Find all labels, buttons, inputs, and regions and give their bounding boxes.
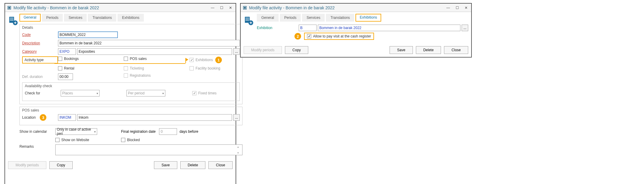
- label-show-calendar: Show in calendar: [19, 129, 55, 134]
- footer: Modify periods Copy Save Delete Close: [5, 159, 236, 172]
- location-browse-button[interactable]: ...: [233, 114, 240, 121]
- label-check-for: Check for: [25, 91, 61, 95]
- tab-general[interactable]: General: [19, 14, 41, 22]
- modify-periods-button: Modify periods: [244, 46, 282, 54]
- label-days-before: days before: [179, 129, 198, 134]
- maximize-button[interactable]: ☐: [454, 5, 460, 10]
- app-icon: [7, 5, 12, 10]
- show-calendar-select[interactable]: Only in case of active peri▾: [55, 128, 97, 135]
- callout-2: 2: [294, 33, 301, 40]
- window-left: Modify file activity - Bommen in de bara…: [4, 3, 236, 184]
- callout-1: 1: [215, 57, 222, 63]
- svg-rect-1: [8, 7, 10, 9]
- group-title-details: Details: [22, 25, 34, 30]
- chk-allow-pay[interactable]: Allow to pay visit at the cash register: [307, 34, 371, 38]
- close-window-button[interactable]: ✕: [227, 5, 234, 10]
- chk-registrations: Registrations: [124, 73, 190, 78]
- remarks-textarea[interactable]: ▴▾: [55, 144, 242, 155]
- label-remarks: Remarks: [19, 144, 55, 149]
- svg-rect-4: [244, 7, 246, 9]
- close-window-button[interactable]: ✕: [463, 5, 469, 10]
- label-code[interactable]: Code: [22, 33, 58, 37]
- footer: Modify periods Copy Save Delete Close: [241, 44, 471, 57]
- copy-button[interactable]: Copy: [49, 161, 73, 169]
- group-title-availability: Availability check: [25, 84, 53, 88]
- close-button[interactable]: Close: [208, 161, 233, 169]
- window-controls: — ☐ ✕: [445, 5, 469, 10]
- window-controls: — ☐ ✕: [209, 5, 234, 10]
- period-select[interactable]: Per period▾: [126, 90, 165, 96]
- chk-facility: Facility booking: [190, 66, 220, 70]
- sidebar-icon: [8, 14, 18, 156]
- ellipsis-icon: ...: [235, 115, 238, 120]
- tab-exhibitions[interactable]: Exhibitions: [117, 14, 144, 22]
- label-category[interactable]: Category: [22, 49, 58, 54]
- chk-rental[interactable]: Rental: [58, 66, 124, 70]
- copy-button[interactable]: Copy: [285, 46, 308, 54]
- window-right: Modify file activity - Bommen in de bara…: [240, 3, 472, 58]
- category-browse-button[interactable]: ...: [233, 48, 240, 55]
- chevron-down-icon: ▾: [162, 92, 164, 95]
- label-exhibition: Exhibition: [257, 26, 299, 30]
- label-def-duration: Def. duration: [22, 75, 58, 79]
- def-duration-input[interactable]: 00:00: [58, 73, 73, 80]
- label-description[interactable]: Description: [22, 41, 58, 45]
- group-availability: Availability check Check for Places▾ Per…: [22, 82, 240, 101]
- delete-button[interactable]: Delete: [180, 161, 206, 169]
- exhibition-code-input[interactable]: B: [299, 25, 317, 31]
- chevron-down-icon: ▾: [94, 130, 96, 133]
- tab-periods[interactable]: Periods: [280, 14, 301, 22]
- close-button[interactable]: Close: [444, 46, 468, 54]
- category-value-input[interactable]: Exposities: [77, 48, 232, 55]
- chk-pos-sales[interactable]: POS sales: [124, 57, 190, 61]
- label-final-reg: Final registration date: [121, 129, 155, 134]
- scrollbar[interactable]: ▴▾: [237, 145, 242, 154]
- app-icon: [242, 5, 247, 10]
- maximize-button[interactable]: ☐: [218, 5, 225, 10]
- tab-translations[interactable]: Translations: [88, 14, 116, 22]
- location-code-input[interactable]: INKOM: [58, 114, 76, 121]
- titlebar: Modify file activity - Bommen in de bara…: [5, 4, 236, 12]
- code-input[interactable]: BOMMEN_2022: [58, 31, 118, 38]
- chk-exhibitions[interactable]: Exhibitions: [190, 58, 213, 62]
- description-input[interactable]: Bommen in de barak 2022: [58, 40, 240, 46]
- window-title: Modify file activity - Bommen in de bara…: [13, 5, 209, 10]
- chk-blocked[interactable]: Blocked: [121, 138, 187, 142]
- tab-general[interactable]: General: [257, 14, 279, 22]
- chk-show-website[interactable]: Show on Website: [55, 138, 121, 142]
- label-activity-type: Activity type: [22, 56, 58, 64]
- tab-exhibitions[interactable]: Exhibitions: [355, 14, 381, 22]
- callout-3: 3: [40, 114, 46, 121]
- chk-fixed-times: Fixed times: [192, 91, 216, 95]
- group-details: Details Code BOMMEN_2022 Description Bom…: [19, 24, 242, 104]
- label-location: Location 3: [22, 114, 58, 121]
- final-reg-input[interactable]: 0: [159, 128, 177, 135]
- chk-ticketing: Ticketing: [124, 66, 190, 70]
- location-value-input[interactable]: Inkom: [77, 114, 232, 121]
- minimize-button[interactable]: —: [209, 5, 216, 10]
- modify-periods-button: Modify periods: [8, 161, 46, 169]
- save-button[interactable]: Save: [390, 46, 413, 54]
- chevron-down-icon: ▾: [97, 92, 98, 95]
- titlebar: Modify file activity - Bommen in de bara…: [241, 4, 471, 12]
- ellipsis-icon: ...: [235, 49, 238, 54]
- tab-strip: General Periods Services Translations Ex…: [257, 14, 468, 22]
- tab-periods[interactable]: Periods: [42, 14, 63, 22]
- exhibition-browse-button[interactable]: ...: [462, 25, 468, 31]
- group-title-pos: POS sales: [22, 108, 40, 112]
- minimize-button[interactable]: —: [445, 5, 451, 10]
- tab-strip: General Periods Services Translations Ex…: [19, 14, 242, 22]
- save-button[interactable]: Save: [154, 161, 177, 169]
- ellipsis-icon: ...: [463, 26, 466, 30]
- check-for-select[interactable]: Places▾: [61, 90, 100, 96]
- category-code-input[interactable]: EXPO: [58, 48, 76, 55]
- tab-services[interactable]: Services: [302, 14, 325, 22]
- group-pos-sales: POS sales Location 3 INKOM Inkom ...: [19, 107, 242, 125]
- exhibition-value-input[interactable]: Bommen in de barak 2022: [318, 25, 460, 31]
- window-title: Modify file activity - Bommen in de bara…: [249, 5, 445, 10]
- tab-translations[interactable]: Translations: [326, 14, 354, 22]
- sidebar-icon: [244, 14, 256, 41]
- chk-bookings[interactable]: Bookings: [58, 57, 124, 61]
- delete-button[interactable]: Delete: [416, 46, 441, 54]
- tab-services[interactable]: Services: [64, 14, 87, 22]
